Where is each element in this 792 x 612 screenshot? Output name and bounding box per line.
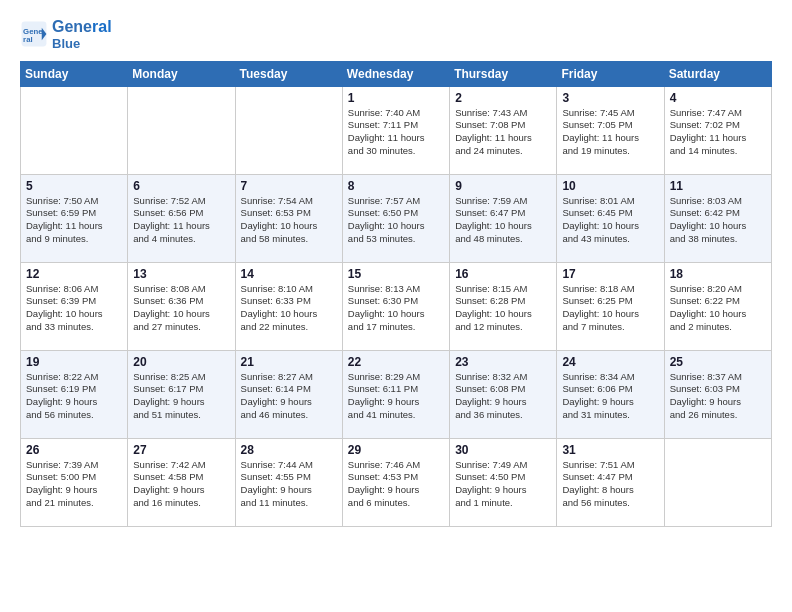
day-info: Sunrise: 7:40 AM Sunset: 7:11 PM Dayligh… <box>348 107 444 158</box>
calendar-cell <box>21 86 128 174</box>
calendar-cell: 25Sunrise: 8:37 AM Sunset: 6:03 PM Dayli… <box>664 350 771 438</box>
calendar-cell: 22Sunrise: 8:29 AM Sunset: 6:11 PM Dayli… <box>342 350 449 438</box>
calendar-dow-wednesday: Wednesday <box>342 61 449 86</box>
day-info: Sunrise: 7:45 AM Sunset: 7:05 PM Dayligh… <box>562 107 658 158</box>
svg-text:ral: ral <box>23 35 33 44</box>
calendar-cell: 3Sunrise: 7:45 AM Sunset: 7:05 PM Daylig… <box>557 86 664 174</box>
calendar-cell: 30Sunrise: 7:49 AM Sunset: 4:50 PM Dayli… <box>450 438 557 526</box>
calendar-cell: 27Sunrise: 7:42 AM Sunset: 4:58 PM Dayli… <box>128 438 235 526</box>
day-number: 26 <box>26 443 122 457</box>
calendar-dow-thursday: Thursday <box>450 61 557 86</box>
calendar-cell: 24Sunrise: 8:34 AM Sunset: 6:06 PM Dayli… <box>557 350 664 438</box>
calendar-cell: 15Sunrise: 8:13 AM Sunset: 6:30 PM Dayli… <box>342 262 449 350</box>
day-number: 15 <box>348 267 444 281</box>
day-number: 22 <box>348 355 444 369</box>
day-info: Sunrise: 8:01 AM Sunset: 6:45 PM Dayligh… <box>562 195 658 246</box>
day-number: 31 <box>562 443 658 457</box>
day-number: 20 <box>133 355 229 369</box>
calendar-cell: 14Sunrise: 8:10 AM Sunset: 6:33 PM Dayli… <box>235 262 342 350</box>
calendar-cell: 12Sunrise: 8:06 AM Sunset: 6:39 PM Dayli… <box>21 262 128 350</box>
calendar-cell: 8Sunrise: 7:57 AM Sunset: 6:50 PM Daylig… <box>342 174 449 262</box>
calendar-cell: 19Sunrise: 8:22 AM Sunset: 6:19 PM Dayli… <box>21 350 128 438</box>
calendar-cell: 1Sunrise: 7:40 AM Sunset: 7:11 PM Daylig… <box>342 86 449 174</box>
calendar-cell: 29Sunrise: 7:46 AM Sunset: 4:53 PM Dayli… <box>342 438 449 526</box>
day-number: 17 <box>562 267 658 281</box>
day-number: 1 <box>348 91 444 105</box>
day-info: Sunrise: 7:44 AM Sunset: 4:55 PM Dayligh… <box>241 459 337 510</box>
calendar-cell: 18Sunrise: 8:20 AM Sunset: 6:22 PM Dayli… <box>664 262 771 350</box>
calendar-cell: 16Sunrise: 8:15 AM Sunset: 6:28 PM Dayli… <box>450 262 557 350</box>
logo: Gene- ral General Blue <box>20 18 112 51</box>
calendar-cell: 2Sunrise: 7:43 AM Sunset: 7:08 PM Daylig… <box>450 86 557 174</box>
day-info: Sunrise: 7:51 AM Sunset: 4:47 PM Dayligh… <box>562 459 658 510</box>
day-number: 27 <box>133 443 229 457</box>
day-number: 4 <box>670 91 766 105</box>
day-info: Sunrise: 8:29 AM Sunset: 6:11 PM Dayligh… <box>348 371 444 422</box>
day-info: Sunrise: 7:54 AM Sunset: 6:53 PM Dayligh… <box>241 195 337 246</box>
day-info: Sunrise: 7:57 AM Sunset: 6:50 PM Dayligh… <box>348 195 444 246</box>
day-number: 30 <box>455 443 551 457</box>
calendar-week-5: 26Sunrise: 7:39 AM Sunset: 5:00 PM Dayli… <box>21 438 772 526</box>
calendar-cell: 28Sunrise: 7:44 AM Sunset: 4:55 PM Dayli… <box>235 438 342 526</box>
calendar-cell: 4Sunrise: 7:47 AM Sunset: 7:02 PM Daylig… <box>664 86 771 174</box>
day-info: Sunrise: 7:46 AM Sunset: 4:53 PM Dayligh… <box>348 459 444 510</box>
calendar-cell <box>235 86 342 174</box>
calendar-cell: 23Sunrise: 8:32 AM Sunset: 6:08 PM Dayli… <box>450 350 557 438</box>
calendar-week-1: 1Sunrise: 7:40 AM Sunset: 7:11 PM Daylig… <box>21 86 772 174</box>
day-number: 7 <box>241 179 337 193</box>
day-info: Sunrise: 8:18 AM Sunset: 6:25 PM Dayligh… <box>562 283 658 334</box>
day-info: Sunrise: 8:20 AM Sunset: 6:22 PM Dayligh… <box>670 283 766 334</box>
day-number: 11 <box>670 179 766 193</box>
calendar-cell: 26Sunrise: 7:39 AM Sunset: 5:00 PM Dayli… <box>21 438 128 526</box>
page-header: Gene- ral General Blue <box>20 18 772 51</box>
day-number: 9 <box>455 179 551 193</box>
day-info: Sunrise: 8:08 AM Sunset: 6:36 PM Dayligh… <box>133 283 229 334</box>
day-number: 18 <box>670 267 766 281</box>
day-info: Sunrise: 8:03 AM Sunset: 6:42 PM Dayligh… <box>670 195 766 246</box>
day-info: Sunrise: 8:27 AM Sunset: 6:14 PM Dayligh… <box>241 371 337 422</box>
day-info: Sunrise: 7:47 AM Sunset: 7:02 PM Dayligh… <box>670 107 766 158</box>
calendar-cell: 6Sunrise: 7:52 AM Sunset: 6:56 PM Daylig… <box>128 174 235 262</box>
logo-blue: Blue <box>52 36 112 51</box>
day-number: 5 <box>26 179 122 193</box>
day-number: 14 <box>241 267 337 281</box>
day-info: Sunrise: 8:34 AM Sunset: 6:06 PM Dayligh… <box>562 371 658 422</box>
day-info: Sunrise: 7:52 AM Sunset: 6:56 PM Dayligh… <box>133 195 229 246</box>
calendar-dow-tuesday: Tuesday <box>235 61 342 86</box>
calendar-cell <box>128 86 235 174</box>
calendar-cell: 10Sunrise: 8:01 AM Sunset: 6:45 PM Dayli… <box>557 174 664 262</box>
calendar-dow-sunday: Sunday <box>21 61 128 86</box>
calendar-cell <box>664 438 771 526</box>
day-number: 6 <box>133 179 229 193</box>
calendar-cell: 31Sunrise: 7:51 AM Sunset: 4:47 PM Dayli… <box>557 438 664 526</box>
calendar-dow-monday: Monday <box>128 61 235 86</box>
calendar-header-row: SundayMondayTuesdayWednesdayThursdayFrid… <box>21 61 772 86</box>
day-info: Sunrise: 8:22 AM Sunset: 6:19 PM Dayligh… <box>26 371 122 422</box>
day-number: 25 <box>670 355 766 369</box>
day-number: 23 <box>455 355 551 369</box>
calendar-week-3: 12Sunrise: 8:06 AM Sunset: 6:39 PM Dayli… <box>21 262 772 350</box>
day-number: 19 <box>26 355 122 369</box>
calendar-cell: 11Sunrise: 8:03 AM Sunset: 6:42 PM Dayli… <box>664 174 771 262</box>
day-number: 21 <box>241 355 337 369</box>
calendar-cell: 20Sunrise: 8:25 AM Sunset: 6:17 PM Dayli… <box>128 350 235 438</box>
calendar-cell: 9Sunrise: 7:59 AM Sunset: 6:47 PM Daylig… <box>450 174 557 262</box>
day-info: Sunrise: 7:42 AM Sunset: 4:58 PM Dayligh… <box>133 459 229 510</box>
day-info: Sunrise: 8:32 AM Sunset: 6:08 PM Dayligh… <box>455 371 551 422</box>
calendar-week-2: 5Sunrise: 7:50 AM Sunset: 6:59 PM Daylig… <box>21 174 772 262</box>
calendar: SundayMondayTuesdayWednesdayThursdayFrid… <box>20 61 772 527</box>
day-info: Sunrise: 8:37 AM Sunset: 6:03 PM Dayligh… <box>670 371 766 422</box>
day-info: Sunrise: 8:15 AM Sunset: 6:28 PM Dayligh… <box>455 283 551 334</box>
day-info: Sunrise: 8:06 AM Sunset: 6:39 PM Dayligh… <box>26 283 122 334</box>
calendar-cell: 17Sunrise: 8:18 AM Sunset: 6:25 PM Dayli… <box>557 262 664 350</box>
calendar-cell: 7Sunrise: 7:54 AM Sunset: 6:53 PM Daylig… <box>235 174 342 262</box>
calendar-dow-saturday: Saturday <box>664 61 771 86</box>
day-number: 29 <box>348 443 444 457</box>
day-number: 28 <box>241 443 337 457</box>
calendar-week-4: 19Sunrise: 8:22 AM Sunset: 6:19 PM Dayli… <box>21 350 772 438</box>
day-number: 10 <box>562 179 658 193</box>
day-info: Sunrise: 7:50 AM Sunset: 6:59 PM Dayligh… <box>26 195 122 246</box>
day-number: 8 <box>348 179 444 193</box>
calendar-dow-friday: Friday <box>557 61 664 86</box>
day-number: 13 <box>133 267 229 281</box>
